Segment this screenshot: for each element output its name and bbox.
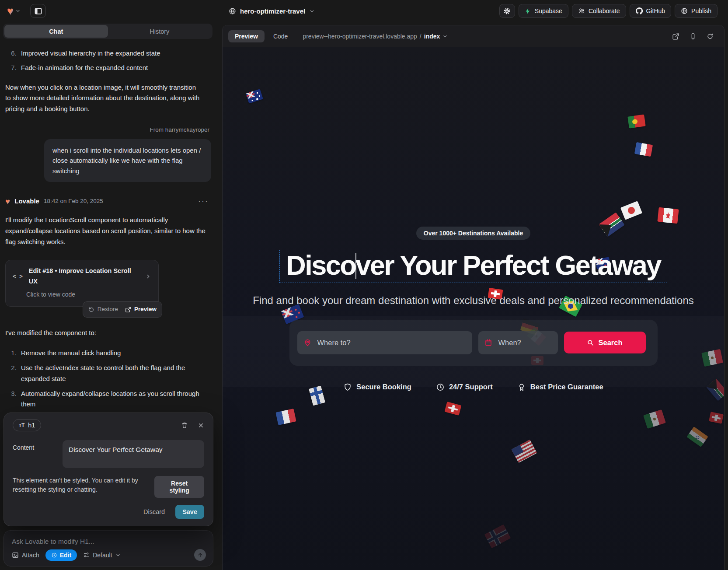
target-icon (51, 552, 57, 558)
assistant-numbered-list: Improved visual hierarchy in the expande… (18, 48, 211, 73)
mobile-view-button[interactable] (690, 33, 697, 40)
logo-chevron-down-icon[interactable] (15, 8, 21, 14)
chevron-right-icon (145, 273, 151, 280)
refresh-icon (707, 33, 714, 40)
award-icon (517, 383, 526, 392)
restore-button[interactable]: Restore (88, 304, 118, 314)
project-selector[interactable]: hero-optimizer-travel (229, 0, 315, 22)
list-item: Fade-in animation for the expanded conte… (18, 63, 211, 73)
location-pin-icon (303, 339, 312, 347)
assistant-paragraph: Now when you click on a location image, … (5, 82, 202, 115)
search-icon (587, 339, 594, 346)
supabase-bolt-icon (525, 8, 531, 14)
edit-card-title: Edit #18 • Improve Location Scroll UX (29, 266, 140, 287)
preview-url[interactable]: preview--hero-optimizer-travel.lovable.a… (303, 33, 448, 40)
content-textarea[interactable]: Discover Your Perfect Getaway (63, 440, 204, 468)
settings-button[interactable] (499, 4, 515, 18)
element-tag-label: h1 (28, 422, 35, 429)
collaborate-button[interactable]: Collaborate (572, 4, 626, 18)
arrow-up-icon (197, 552, 203, 558)
preview-version-button[interactable]: Preview (125, 304, 157, 314)
search-button[interactable]: Search (564, 332, 646, 353)
preview-panel: Preview Code preview--hero-optimizer-tra… (222, 25, 725, 570)
github-button[interactable]: GitHub (630, 4, 672, 18)
assistant-message-header: ♥ Lovable 18:42 on Feb 20, 2025 ··· (5, 195, 211, 208)
sliders-icon (83, 552, 90, 558)
assistant-paragraph: I'll modify the LocationScroll component… (5, 215, 209, 247)
project-chevron-down-icon (309, 8, 315, 14)
chat-input-box[interactable]: Ask Lovable to modify H1... Attach Edit … (3, 530, 213, 567)
lovable-logo-icon[interactable]: ♥ (7, 5, 14, 17)
supabase-button[interactable]: Supabase (519, 4, 568, 18)
message-timestamp: 18:42 on Feb 20, 2025 (44, 196, 103, 206)
heading-selection-box[interactable]: Discover Your Perfect Getaway (279, 250, 667, 283)
type-icon: тT (19, 422, 24, 428)
edit-mode-button[interactable]: Edit (45, 549, 77, 561)
chat-message-list[interactable]: Improved visual hierarchy in the expande… (0, 39, 219, 440)
assistant-paragraph: I've modified the component to: (5, 328, 211, 339)
search-bar: Where to? When? Search (289, 320, 658, 366)
publish-button[interactable]: Publish (675, 4, 718, 18)
phone-icon (690, 33, 697, 40)
tab-preview[interactable]: Preview (228, 30, 265, 42)
feature-support: 24/7 Support (436, 383, 493, 392)
project-name: hero-optimizer-travel (240, 7, 305, 15)
styling-note-text: This element can't be styled. You can ed… (13, 476, 154, 494)
close-panel-button[interactable] (198, 422, 204, 429)
reset-styling-button[interactable]: Reset styling (154, 476, 204, 498)
features-row: Secure Booking 24/7 Support Best Price G… (343, 383, 603, 392)
assistant-name: Lovable (14, 196, 39, 207)
flag-switzerland-icon (709, 412, 724, 424)
mode-selector[interactable]: Default (83, 552, 120, 559)
external-link-icon (125, 307, 131, 313)
discard-button[interactable]: Discard (143, 508, 165, 515)
sidebar-toggle-button[interactable] (30, 4, 46, 18)
refresh-button[interactable] (707, 33, 714, 40)
flag-india-icon (686, 427, 708, 447)
flag-norway-icon (484, 524, 511, 548)
edit-card-subtitle: Click to view code (26, 290, 151, 300)
tab-code[interactable]: Code (271, 30, 290, 42)
when-input[interactable]: When? (478, 331, 558, 354)
chevron-down-icon (442, 34, 448, 39)
close-icon (198, 422, 204, 429)
attach-image-icon (12, 552, 19, 559)
open-in-new-tab-button[interactable] (672, 33, 679, 40)
hero-subheading: Find and book your dream destination wit… (253, 294, 694, 307)
element-editor-panel: тT h1 Content Discover Your Perfect Geta… (3, 413, 213, 526)
attach-button[interactable]: Attach (12, 552, 39, 559)
clock-icon (436, 383, 445, 392)
list-item: Remove the manual click handling (18, 348, 206, 359)
topbar-actions: Supabase Collaborate GitHub Publish (499, 4, 718, 18)
where-to-input[interactable]: Where to? (297, 331, 472, 354)
list-item: Improved visual hierarchy in the expande… (18, 48, 211, 59)
save-button[interactable]: Save (175, 505, 204, 519)
flag-switzerland-icon (444, 402, 461, 416)
preview-viewport[interactable]: Over 1000+ Destinations Available Discov… (223, 47, 724, 570)
flag-mexico-icon (643, 409, 666, 429)
publish-globe-icon (681, 7, 688, 14)
chevron-down-icon (115, 553, 121, 558)
element-tag-badge[interactable]: тT h1 (13, 419, 41, 431)
flag-usa-icon (512, 440, 537, 463)
hero-heading[interactable]: Discover Your Perfect Getaway (286, 251, 661, 280)
gear-icon (503, 7, 511, 15)
message-menu-button[interactable]: ··· (198, 195, 211, 208)
send-button[interactable] (194, 549, 206, 561)
edit-version-card[interactable]: < > Edit #18 • Improve Location Scroll U… (5, 260, 159, 307)
list-item: Use the activeIndex state to control bot… (18, 363, 206, 385)
message-author-label: From harrymckayroper (5, 125, 211, 135)
delete-element-button[interactable] (181, 422, 188, 429)
github-icon (636, 7, 643, 14)
sidebar-tabs: Chat History (3, 24, 212, 39)
version-actions-pill: Restore Preview (83, 301, 162, 317)
feature-secure-booking: Secure Booking (343, 383, 411, 392)
chat-input-placeholder: Ask Lovable to modify H1... (12, 538, 205, 546)
tab-chat[interactable]: Chat (4, 25, 108, 38)
feature-best-price: Best Price Guarantee (517, 383, 603, 392)
restore-icon (88, 307, 94, 313)
tab-history[interactable]: History (108, 25, 212, 38)
lovable-avatar: ♥ (5, 197, 10, 206)
list-item: Automatically expand/collapse locations … (18, 388, 206, 410)
users-icon (578, 7, 585, 14)
